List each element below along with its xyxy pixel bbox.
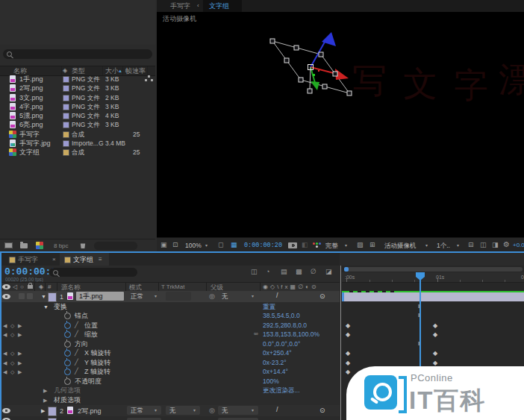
- lock-column-icon[interactable]: [28, 285, 33, 289]
- zoom-level-dropdown[interactable]: 100%: [185, 242, 202, 249]
- expand-arrow-icon[interactable]: ▶: [43, 388, 47, 393]
- resolution-dropdown[interactable]: 完整: [325, 242, 338, 249]
- file-name[interactable]: 文字组: [19, 149, 40, 156]
- keyframe-diamond[interactable]: ◆: [346, 350, 350, 357]
- parent-dropdown[interactable]: 无 ▾: [218, 406, 258, 415]
- show-channels-icon[interactable]: [313, 242, 315, 245]
- kf-next-button[interactable]: ▶: [18, 369, 22, 374]
- switch-cell[interactable]: [27, 293, 33, 299]
- project-item[interactable]: 5漂.png PNG 文件 4 KB: [0, 111, 155, 120]
- file-name[interactable]: 3文.png: [19, 95, 43, 101]
- project-item[interactable]: 手写字 合成 25: [0, 130, 155, 139]
- motion-blur-icon[interactable]: ∅: [311, 269, 316, 275]
- trkmat-dropdown[interactable]: 无 ▾: [166, 406, 200, 415]
- kf-toggle-button[interactable]: ◇: [10, 351, 14, 356]
- file-name[interactable]: 手写字: [19, 131, 40, 138]
- blend-mode-dropdown[interactable]: 正常 ▾: [127, 292, 161, 301]
- property-label[interactable]: 方向: [75, 341, 88, 348]
- label-color-chip[interactable]: [63, 95, 69, 101]
- geometry-options-row[interactable]: ▶ 几何选项 更改渲染器...: [0, 386, 340, 395]
- panel-divider[interactable]: [340, 266, 341, 420]
- property-value[interactable]: 153.8,153.8,100.0%: [263, 331, 319, 338]
- property-value[interactable]: 38.5,54.5,0.0: [263, 313, 300, 319]
- parent-dropdown[interactable]: 无 ▾: [218, 292, 258, 301]
- timeline-navigator-bar[interactable]: [345, 267, 523, 272]
- property-row-orientation[interactable]: 方向 0.0°,0.0°,0.0°: [0, 339, 340, 348]
- label-color-chip[interactable]: [63, 140, 69, 147]
- property-label[interactable]: 位置: [84, 322, 98, 329]
- property-row-opacity[interactable]: 不透明度 100%: [0, 377, 340, 386]
- layer-row-1[interactable]: ▼ 1 1手.png 正常 ▾ ◎ 无 ▾ / ⊙: [0, 291, 340, 302]
- kf-toggle-button[interactable]: ◇: [10, 369, 14, 374]
- project-item[interactable]: 4字.png PNG 文件 3 KB: [0, 102, 155, 111]
- new-composition-icon[interactable]: [36, 242, 43, 249]
- column-trkmat[interactable]: T TrkMat: [161, 284, 184, 290]
- project-item[interactable]: 2写.png PNG 文件 3 KB: [0, 84, 155, 93]
- stopwatch-icon[interactable]: [64, 313, 71, 319]
- stopwatch-icon[interactable]: [64, 378, 71, 385]
- project-item[interactable]: 文字组 合成 25: [0, 148, 155, 157]
- layer-color-chip[interactable]: [48, 407, 57, 416]
- time-ruler[interactable]: :00s 01s 0: [342, 272, 524, 283]
- label-color-chip[interactable]: [63, 149, 69, 156]
- column-name[interactable]: 名称: [13, 68, 27, 75]
- layer-color-chip[interactable]: [48, 292, 57, 302]
- property-label[interactable]: X 轴旋转: [84, 350, 111, 357]
- kf-toggle-button[interactable]: ◇: [10, 323, 14, 328]
- property-label[interactable]: 缩放: [84, 331, 98, 338]
- geometry-options-label[interactable]: 几何选项: [54, 387, 81, 394]
- parent-pickwhip-icon[interactable]: ◎: [209, 293, 215, 300]
- new-folder-icon[interactable]: [20, 243, 28, 248]
- project-search-input[interactable]: [3, 49, 152, 59]
- property-label[interactable]: Z 轴旋转: [84, 369, 110, 375]
- file-name[interactable]: 6亮.png: [19, 122, 43, 128]
- keyframe-diamond[interactable]: ◆: [346, 331, 350, 338]
- expand-arrow-icon[interactable]: ▼: [43, 304, 49, 310]
- column-source-name[interactable]: 源名称: [61, 284, 81, 291]
- kf-prev-button[interactable]: ◀: [3, 332, 7, 337]
- guides-icon[interactable]: ⊞: [369, 242, 375, 248]
- property-value[interactable]: 0.0°,0.0°,0.0°: [263, 341, 300, 348]
- 3d-layer-switch-icon[interactable]: ⊙: [319, 293, 325, 300]
- eye-icon[interactable]: [2, 294, 10, 299]
- kf-prev-button[interactable]: ◀: [3, 369, 7, 374]
- keyframe-diamond[interactable]: ◆: [433, 360, 437, 366]
- transform-group-row[interactable]: ▼ 变换 重置: [0, 302, 340, 311]
- column-parent[interactable]: 父级: [210, 284, 223, 291]
- blend-mode-dropdown[interactable]: 正常 ▾: [127, 406, 161, 415]
- keyframe-diamond[interactable]: ◆: [433, 322, 437, 329]
- keyframe-diamond[interactable]: ◆: [433, 350, 437, 357]
- comp-flowchart-icon[interactable]: ◫: [251, 269, 258, 275]
- stopwatch-icon[interactable]: [64, 322, 71, 329]
- link-dimensions-icon[interactable]: ∞: [254, 331, 258, 337]
- stopwatch-icon[interactable]: [64, 331, 71, 338]
- stopwatch-icon[interactable]: [64, 350, 71, 357]
- label-column-icon[interactable]: ◈: [39, 284, 43, 290]
- label-color-chip[interactable]: [63, 113, 69, 119]
- material-options-label[interactable]: 材质选项: [54, 397, 81, 404]
- video-column-icon[interactable]: [2, 284, 10, 289]
- reset-link[interactable]: 重置: [263, 304, 275, 310]
- layer-in-point[interactable]: [342, 292, 344, 301]
- layer-row-2[interactable]: ▶ 2 2写.png 正常 ▾ 无 ▾ ◎ 无 ▾ / ⊙: [0, 405, 340, 416]
- property-row-xrotation[interactable]: ◀ ◇ ▶ ╱ X 轴旋转 0x+250.4°: [0, 348, 340, 357]
- quality-switch-icon[interactable]: /: [276, 407, 278, 413]
- layer-switches-icons[interactable]: ◉◇\fx▦∅◐⊙: [263, 284, 319, 290]
- project-footer-slider[interactable]: [94, 242, 137, 250]
- property-value[interactable]: 0x-23.2°: [263, 360, 287, 366]
- switch-cell[interactable]: [19, 293, 25, 299]
- property-label[interactable]: 不透明度: [75, 378, 102, 385]
- viewer-timecode[interactable]: 0:00:00:20: [244, 242, 282, 249]
- kf-prev-button[interactable]: ◀: [3, 323, 7, 328]
- kf-prev-button[interactable]: ◀: [3, 360, 7, 366]
- delete-icon[interactable]: [80, 242, 86, 248]
- tab-back-icon[interactable]: ‹: [197, 3, 199, 9]
- column-mode[interactable]: 模式: [129, 284, 142, 291]
- label-color-chip[interactable]: [63, 104, 69, 110]
- tag-column-icon[interactable]: ◈: [63, 68, 67, 74]
- layer-name-selected[interactable]: 1手.png: [76, 292, 124, 301]
- kf-prev-button[interactable]: ◀: [3, 351, 7, 356]
- camera-3d-gizmo[interactable]: [263, 32, 361, 101]
- viewer-tab-inactive[interactable]: 手写字: [170, 3, 190, 10]
- always-preview-icon[interactable]: ▣: [160, 242, 167, 248]
